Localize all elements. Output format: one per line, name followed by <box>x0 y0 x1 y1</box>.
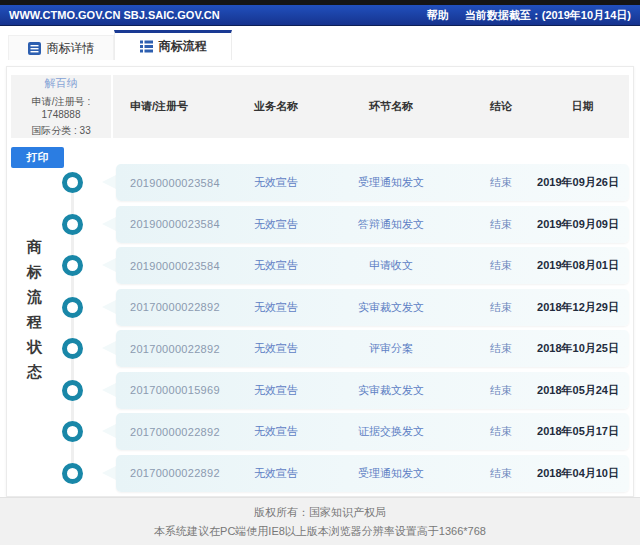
process-row-card: 20170000022892 无效宣告 受理通知发文 结束 2018年04月10… <box>116 455 629 492</box>
row-pointer-icon <box>102 258 116 272</box>
process-row: 20190000023584 无效宣告 答辩通知发文 结束 2019年09月09… <box>7 206 629 243</box>
row-pointer-icon <box>102 341 116 355</box>
timeline-dot-icon <box>62 463 83 484</box>
cell-business-name: 无效宣告 <box>236 383 316 398</box>
header-date: 日期 <box>536 99 629 114</box>
top-navigation-bar: WWW.CTMO.GOV.CN SBJ.SAIC.GOV.CN 帮助 当前数据截… <box>0 5 640 26</box>
list-icon <box>140 40 153 53</box>
header-reg-number: 申请/注册号 <box>116 99 236 114</box>
tab-label: 商标详情 <box>47 40 95 57</box>
cell-conclusion: 结束 <box>466 300 536 315</box>
cell-step-name: 实审裁文发文 <box>316 300 466 315</box>
cell-reg-number: 20170000022892 <box>116 467 236 479</box>
tab-trademark-process[interactable]: 商标流程 <box>114 30 232 60</box>
process-row: 20170000022892 无效宣告 受理通知发文 结束 2018年04月10… <box>7 455 629 492</box>
help-link[interactable]: 帮助 <box>427 8 449 23</box>
process-row-card: 20170000022892 无效宣告 证据交换发文 结束 2018年05月17… <box>116 413 629 450</box>
cell-reg-number: 20170000022892 <box>116 426 236 438</box>
site-urls: WWW.CTMO.GOV.CN SBJ.SAIC.GOV.CN <box>9 9 220 21</box>
cell-step-name: 评审分案 <box>316 341 466 356</box>
cell-business-name: 无效宣告 <box>236 258 316 273</box>
row-pointer-icon <box>102 424 116 438</box>
cell-step-name: 答辩通知发文 <box>316 217 466 232</box>
header-step-name: 环节名称 <box>316 99 466 114</box>
cell-reg-number: 20190000023584 <box>116 177 236 189</box>
cell-reg-number: 20190000023584 <box>116 260 236 272</box>
cell-reg-number: 20170000022892 <box>116 301 236 313</box>
browser-recommendation-text: 本系统建议在PC端使用IE8以上版本浏览器分辨率设置高于1366*768 <box>154 524 486 539</box>
tab-bar: 商标详情 商标流程 <box>0 28 640 60</box>
cell-conclusion: 结束 <box>466 217 536 232</box>
process-panel: 解百纳 申请/注册号 : 1748888 国际分类 : 33 申请/注册号 业务… <box>6 66 634 497</box>
process-row: 20170000022892 无效宣告 证据交换发文 结束 2018年05月17… <box>7 413 629 450</box>
process-row-card: 20190000023584 无效宣告 受理通知发文 结束 2019年09月26… <box>116 164 629 201</box>
cell-step-name: 实审裁文发文 <box>316 383 466 398</box>
process-row-card: 20170000022892 无效宣告 评审分案 结束 2018年10月25日 <box>116 330 629 367</box>
header-business-name: 业务名称 <box>236 99 316 114</box>
copyright-text: 版权所有：国家知识产权局 <box>254 505 386 520</box>
cell-business-name: 无效宣告 <box>236 466 316 481</box>
cell-conclusion: 结束 <box>466 175 536 190</box>
cell-date: 2019年09月09日 <box>536 217 629 232</box>
cell-business-name: 无效宣告 <box>236 341 316 356</box>
timeline-dot-icon <box>62 421 83 442</box>
cell-conclusion: 结束 <box>466 424 536 439</box>
trademark-name: 解百纳 <box>45 76 78 91</box>
row-pointer-icon <box>102 217 116 231</box>
cell-date: 2018年12月29日 <box>536 300 629 315</box>
cell-date: 2018年04月10日 <box>536 466 629 481</box>
header-conclusion: 结论 <box>466 99 536 114</box>
cell-conclusion: 结束 <box>466 341 536 356</box>
document-icon <box>28 42 41 55</box>
process-row: 20170000022892 无效宣告 评审分案 结束 2018年10月25日 <box>7 330 629 367</box>
process-row: 20170000022892 无效宣告 实审裁文发文 结束 2018年12月29… <box>7 289 629 326</box>
page-footer: 版权所有：国家知识产权局 本系统建议在PC端使用IE8以上版本浏览器分辨率设置高… <box>0 497 640 545</box>
cell-reg-number: 20170000015969 <box>116 384 236 396</box>
cell-step-name: 证据交换发文 <box>316 424 466 439</box>
cell-date: 2018年10月25日 <box>536 341 629 356</box>
timeline-dot-icon <box>62 255 83 276</box>
cell-business-name: 无效宣告 <box>236 175 316 190</box>
process-row-card: 20190000023584 无效宣告 答辩通知发文 结束 2019年09月09… <box>116 206 629 243</box>
timeline-dot-icon <box>62 297 83 318</box>
cell-reg-number: 20190000023584 <box>116 218 236 230</box>
cell-step-name: 受理通知发文 <box>316 175 466 190</box>
process-row: 20170000015969 无效宣告 实审裁文发文 结束 2018年05月24… <box>7 372 629 409</box>
timeline-dot-icon <box>62 338 83 359</box>
tab-trademark-details[interactable]: 商标详情 <box>8 35 114 60</box>
cell-business-name: 无效宣告 <box>236 217 316 232</box>
row-pointer-icon <box>102 466 116 480</box>
data-as-of-label: 当前数据截至：(2019年10月14日) <box>465 8 631 23</box>
row-pointer-icon <box>102 383 116 397</box>
row-pointer-icon <box>102 175 116 189</box>
cell-business-name: 无效宣告 <box>236 424 316 439</box>
page: WWW.CTMO.GOV.CN SBJ.SAIC.GOV.CN 帮助 当前数据截… <box>0 0 640 545</box>
cell-date: 2018年05月24日 <box>536 383 629 398</box>
cell-reg-number: 20170000022892 <box>116 343 236 355</box>
timeline-dot-icon <box>62 214 83 235</box>
process-row-card: 20190000023584 无效宣告 申请收文 结束 2019年08月01日 <box>116 247 629 284</box>
trademark-info-box: 解百纳 申请/注册号 : 1748888 国际分类 : 33 <box>11 75 111 138</box>
cell-step-name: 申请收文 <box>316 258 466 273</box>
timeline-dot-icon <box>62 172 83 193</box>
cell-conclusion: 结束 <box>466 383 536 398</box>
process-row: 20190000023584 无效宣告 受理通知发文 结束 2019年09月26… <box>7 164 629 201</box>
cell-date: 2018年05月17日 <box>536 424 629 439</box>
cell-date: 2019年08月01日 <box>536 258 629 273</box>
cell-business-name: 无效宣告 <box>236 300 316 315</box>
cell-date: 2019年09月26日 <box>536 175 629 190</box>
process-row-card: 20170000022892 无效宣告 实审裁文发文 结束 2018年12月29… <box>116 289 629 326</box>
tab-label: 商标流程 <box>159 38 207 55</box>
trademark-reg-number: 申请/注册号 : 1748888 <box>11 95 111 120</box>
cell-conclusion: 结束 <box>466 466 536 481</box>
process-row: 20190000023584 无效宣告 申请收文 结束 2019年08月01日 <box>7 247 629 284</box>
timeline-dot-icon <box>62 380 83 401</box>
table-header: 申请/注册号 业务名称 环节名称 结论 日期 <box>113 75 629 138</box>
cell-conclusion: 结束 <box>466 258 536 273</box>
trademark-intl-class: 国际分类 : 33 <box>31 124 90 138</box>
row-pointer-icon <box>102 300 116 314</box>
cell-step-name: 受理通知发文 <box>316 466 466 481</box>
process-row-card: 20170000015969 无效宣告 实审裁文发文 结束 2018年05月24… <box>116 372 629 409</box>
